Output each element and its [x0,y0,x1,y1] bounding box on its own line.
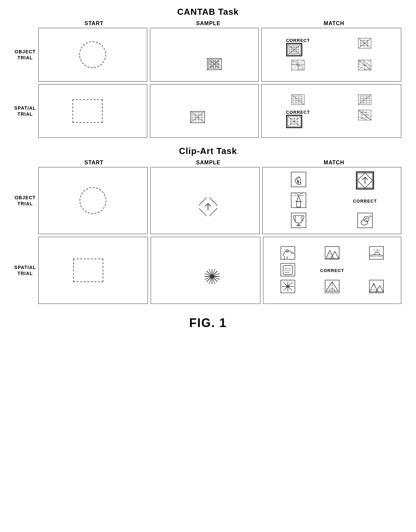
correct-label-4: CORRECT [320,268,344,273]
svg-line-118 [299,193,303,195]
cantab-object-match-icon-2 [358,38,371,56]
cantab-object-match-cell: CORRECT [261,28,401,82]
svg-point-130 [365,218,366,219]
cantab-spatial-start-rect [72,99,103,123]
svg-line-152 [378,250,380,252]
cantab-object-sample-icon [207,58,222,70]
clipart-object-match-diamond-highlighted [356,171,374,190]
clipart-spatial-label: SPATIAL TRIAL [13,237,37,304]
svg-rect-145 [325,247,339,259]
svg-line-151 [374,250,376,252]
cantab-spatial-sample-cell [150,84,259,138]
clipart-object-start-cell [38,167,148,234]
clipart-spatial-icon-7 [369,280,384,295]
cantab-object-sample-cell [150,28,259,82]
clipart-object-match-trophy [291,212,307,230]
clipart-object-match-cell: CORRECT [262,167,402,234]
svg-rect-127 [358,213,372,228]
clipart-object-label: OBJECT TRIAL [13,167,37,234]
clipart-object-match-flame [291,171,307,190]
clipart-object-sample-diamond [199,198,217,216]
cantab-col-sample: SAMPLE [151,20,266,26]
svg-line-43 [292,65,298,70]
clipart-spatial-icon-6 [325,280,340,295]
correct-label-1: CORRECT [286,38,310,43]
cantab-spatial-match-icon-highlighted [286,115,302,128]
clipart-object-sample-cell [150,167,260,234]
cantab-spatial-match-icon-4 [358,110,371,128]
svg-line-111 [362,177,365,180]
cantab-object-match-correct: CORRECT [286,38,310,56]
cantab-object-label: OBJECT TRIAL [13,28,37,82]
svg-marker-115 [297,196,301,202]
cantab-spatial-sample-icon [190,111,205,123]
svg-line-66 [292,95,304,105]
svg-line-148 [329,253,331,255]
svg-point-128 [364,216,369,222]
clipart-spatial-icon-4 [280,263,295,278]
svg-point-131 [366,218,367,219]
svg-line-42 [298,60,304,65]
clipart-col-start: START [37,160,151,166]
cantab-section: CANTAB Task START SAMPLE MATCH OBJECT TR… [13,7,403,143]
clipart-title: Clip-Art Task [13,146,403,156]
cantab-object-match-icon-3 [291,60,305,72]
svg-rect-46 [299,66,303,69]
correct-label-2: CORRECT [286,110,310,115]
clipart-spatial-start-rect [73,259,103,282]
cantab-col-match: MATCH [265,20,403,26]
cantab-spatial-match-icon-1 [291,94,305,106]
svg-line-44 [298,65,304,70]
svg-marker-146 [326,250,333,258]
clipart-object-match-animal [357,212,373,230]
cantab-col-headers: START SAMPLE MATCH [13,20,403,26]
clipart-spatial-icon-5 [280,280,295,295]
svg-line-117 [294,193,299,195]
clipart-object-start-circle [80,187,106,214]
clipart-spatial-sample-starburst [203,267,221,286]
cantab-spatial-match-icon-2 [358,94,371,106]
clipart-spatial-icon-2 [325,246,340,261]
cantab-title: CANTAB Task [13,7,403,17]
cantab-spatial-label: SPATIAL TRIAL [13,84,37,138]
svg-rect-45 [293,61,297,65]
cantab-spatial-row: SPATIAL TRIAL [13,84,403,138]
cantab-spatial-match-correct: CORRECT [286,110,310,128]
svg-rect-114 [297,202,301,207]
clipart-spatial-sample-cell [151,237,260,304]
cantab-col-start: START [37,20,151,26]
correct-label-3: CORRECT [353,199,377,204]
cantab-object-match-icon-highlighted [286,43,302,56]
svg-line-112 [365,177,368,180]
cantab-spatial-start-cell [38,84,147,138]
clipart-section: Clip-Art Task START SAMPLE MATCH OBJECT … [13,146,403,309]
clipart-spatial-icon-3 [369,246,384,261]
figure-label: FIG. 1 [189,316,227,330]
clipart-spatial-row: SPATIAL TRIAL [13,237,403,304]
clipart-col-match: MATCH [265,160,403,166]
clipart-spatial-start-cell [38,237,148,304]
cantab-object-start-circle [79,41,106,68]
svg-rect-149 [369,247,383,259]
clipart-object-row: OBJECT TRIAL [13,167,403,234]
clipart-col-sample: SAMPLE [151,160,266,166]
svg-line-105 [205,204,208,206]
cantab-spatial-match-cell: CORRECT [261,84,401,138]
clipart-spatial-match-cell: CORRECT [263,237,401,304]
svg-marker-168 [376,286,383,292]
cantab-object-row: OBJECT TRIAL [13,28,403,82]
clipart-col-headers: START SAMPLE MATCH [13,160,403,166]
clipart-object-match-lighthouse [291,192,307,210]
svg-line-106 [208,204,211,206]
clipart-spatial-icon-1 [280,246,295,261]
cantab-object-start-cell [38,28,147,82]
cantab-object-match-icon-4 [358,60,371,72]
